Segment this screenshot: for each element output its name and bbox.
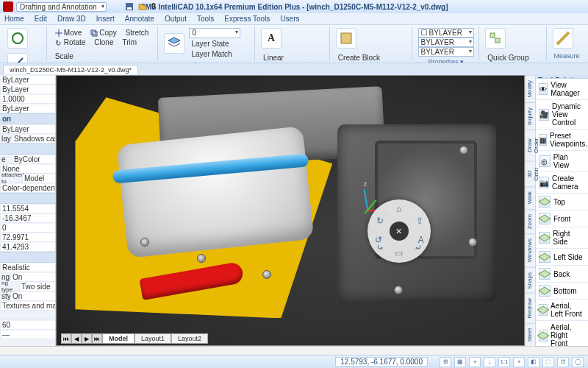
linear-dim-button[interactable]: Linear bbox=[261, 53, 307, 63]
menu-tools[interactable]: Tools bbox=[197, 15, 214, 23]
linetype-combo[interactable]: BYLAYER bbox=[418, 38, 475, 47]
clone-button[interactable]: Clone bbox=[92, 38, 115, 47]
toggle-dyn[interactable]: ⊡ bbox=[557, 357, 569, 367]
prop-bycolor[interactable]: ByColor bbox=[12, 155, 55, 163]
menu-draw3d[interactable]: Draw 3D bbox=[57, 15, 86, 23]
menu-insert[interactable]: Insert bbox=[96, 15, 115, 23]
stretch-button[interactable]: Stretch bbox=[123, 28, 151, 38]
explore-layers-button[interactable] bbox=[164, 33, 184, 54]
circle-button[interactable] bbox=[7, 28, 28, 49]
toggle-scale[interactable]: 1:1 bbox=[498, 357, 510, 367]
tab-layout1[interactable]: Layout1 bbox=[135, 333, 171, 344]
prop-colordep[interactable]: Color-dependent pri bbox=[0, 184, 55, 192]
prop-shadow[interactable]: Shadows cast and r bbox=[12, 135, 55, 143]
tab-nav-last[interactable]: ⏭ bbox=[92, 333, 102, 344]
vtab-draworder[interactable]: Draw Order bbox=[526, 130, 535, 161]
menu-users[interactable]: Users bbox=[280, 15, 299, 23]
view-navigator[interactable]: ✕ ⌂ ⇧ A ▭ ↺ ↻ ⤾ ⤿ bbox=[368, 199, 431, 263]
prop-dash[interactable]: — bbox=[0, 330, 55, 339]
prop-y[interactable]: -16.3467 bbox=[0, 214, 55, 222]
palette-left[interactable]: Left Side bbox=[536, 249, 588, 266]
qat-open-icon[interactable] bbox=[138, 2, 147, 11]
nav-seg-sw[interactable]: ⤿ bbox=[372, 239, 388, 255]
prop-attached[interactable]: Model bbox=[22, 174, 55, 183]
prop-section-vis[interactable]: on bbox=[0, 113, 55, 124]
toggle-osnap[interactable]: ⌖ bbox=[513, 357, 525, 367]
toggle-model[interactable]: ⬚ bbox=[542, 357, 554, 367]
prop-color[interactable]: ByLayer bbox=[0, 76, 55, 84]
palette-alf[interactable]: Aerial, Left Front bbox=[536, 300, 588, 321]
nav-seg-se[interactable]: ⤾ bbox=[410, 239, 426, 255]
prop-mat[interactable]: ByLayer bbox=[0, 125, 55, 133]
prop-layer[interactable]: ByLayer bbox=[0, 85, 55, 93]
prop-60[interactable]: 60 bbox=[0, 321, 55, 329]
vtab-snaps[interactable]: Snaps bbox=[526, 267, 535, 294]
tab-nav-next[interactable]: ▶ bbox=[82, 333, 92, 344]
tab-nav-first[interactable]: ⏮ bbox=[61, 333, 71, 344]
layer-match-button[interactable]: Layer Match bbox=[189, 49, 240, 59]
menu-home[interactable]: Home bbox=[4, 15, 24, 23]
menu-edit[interactable]: Edit bbox=[35, 15, 47, 23]
vtab-redraw[interactable]: Redraw bbox=[526, 293, 535, 323]
trim-button[interactable]: Scale bbox=[53, 52, 76, 61]
layer-combo[interactable]: 0 bbox=[189, 28, 240, 38]
palette-preset[interactable]: ▦Preset Viewpoints… bbox=[536, 130, 588, 151]
toggle-ortho[interactable]: ⌖ bbox=[469, 357, 481, 367]
text-button[interactable]: A bbox=[261, 28, 282, 49]
prop-on2[interactable]: On bbox=[10, 292, 55, 300]
tab-model[interactable]: Model bbox=[102, 333, 135, 344]
vtab-modify[interactable]: Modify bbox=[526, 75, 535, 102]
move-button[interactable]: Move bbox=[53, 28, 84, 38]
prop-z[interactable]: 0 bbox=[0, 224, 55, 232]
vtab-zoom[interactable]: Zoom bbox=[526, 209, 535, 233]
toggle-grid[interactable]: ⊞ bbox=[440, 357, 451, 367]
palette-view-manager[interactable]: 👁View Manager bbox=[536, 79, 588, 100]
file-tab[interactable]: winch_D1250C-M5-M112-V12-2_v0.dwg* bbox=[3, 65, 138, 74]
tab-layout2[interactable]: Layout2 bbox=[171, 333, 208, 344]
group-manager-button[interactable] bbox=[485, 28, 506, 49]
vtab-inquiry[interactable]: Inquiry bbox=[526, 102, 535, 130]
prop-x[interactable]: 11.5554 bbox=[0, 205, 55, 213]
copy-button[interactable]: Copy bbox=[88, 28, 118, 38]
nav-seg-ne[interactable]: ⇧ bbox=[412, 213, 428, 229]
workspace-selector[interactable]: Drafting and Annotation bbox=[16, 2, 107, 12]
menu-express[interactable]: Express Tools bbox=[224, 15, 270, 23]
create-block-button[interactable]: Create Block bbox=[336, 53, 406, 63]
palette-top[interactable]: Top bbox=[536, 194, 588, 210]
prop-twoside[interactable]: Two side bbox=[19, 283, 55, 291]
palette-back[interactable]: Back bbox=[536, 266, 588, 283]
rotate-button[interactable]: ↻Rotate bbox=[53, 38, 87, 47]
layer-state-button[interactable]: Layer State bbox=[189, 39, 240, 49]
prop-section-coords[interactable] bbox=[0, 193, 55, 204]
palette-arf[interactable]: Aerial, Right Front bbox=[536, 321, 588, 346]
toggle-cycle[interactable]: ◯ bbox=[572, 357, 584, 367]
prop-w[interactable]: 41.4293 bbox=[0, 243, 55, 251]
toggle-lwt[interactable]: ◧ bbox=[528, 357, 539, 367]
toggle-polar[interactable]: ⟂ bbox=[484, 357, 495, 367]
mirror-button[interactable]: Trim bbox=[120, 38, 139, 47]
prop-section-plot[interactable] bbox=[0, 144, 55, 155]
menu-annotate[interactable]: Annotate bbox=[125, 15, 154, 23]
vtab-3dorbit[interactable]: 3D Orbit bbox=[526, 161, 535, 187]
palette-planview[interactable]: ◎Plan View bbox=[536, 151, 588, 172]
prop-lw[interactable]: ByLayer bbox=[0, 105, 55, 113]
nav-seg-top[interactable]: ⌂ bbox=[391, 201, 407, 217]
navigator-center[interactable]: ✕ bbox=[390, 222, 409, 241]
toggle-snap[interactable]: ▦ bbox=[454, 357, 466, 367]
palette-right[interactable]: Right Side bbox=[536, 227, 588, 249]
palette-createcam[interactable]: 📷Create Camera bbox=[536, 172, 588, 194]
nav-seg-s[interactable]: ▭ bbox=[391, 245, 407, 261]
measure-button[interactable] bbox=[553, 28, 573, 49]
tab-nav-prev[interactable]: ◀ bbox=[71, 333, 82, 344]
nav-seg-nw[interactable]: ↻ bbox=[372, 213, 388, 229]
line-button[interactable] bbox=[7, 53, 28, 63]
insert-block-button[interactable] bbox=[336, 28, 356, 49]
horizontal-scrollbar[interactable] bbox=[0, 346, 588, 355]
prop-visual[interactable]: Realistic bbox=[0, 263, 55, 272]
prop-h[interactable]: 72.9971 bbox=[0, 233, 55, 241]
qat-save-icon[interactable] bbox=[125, 2, 134, 11]
quick-group-button[interactable]: Quick Group bbox=[485, 53, 531, 63]
color-combo[interactable]: BYLAYER bbox=[418, 28, 475, 38]
lineweight-combo[interactable]: BYLAYER bbox=[418, 47, 475, 57]
palette-front[interactable]: Front bbox=[536, 210, 588, 227]
